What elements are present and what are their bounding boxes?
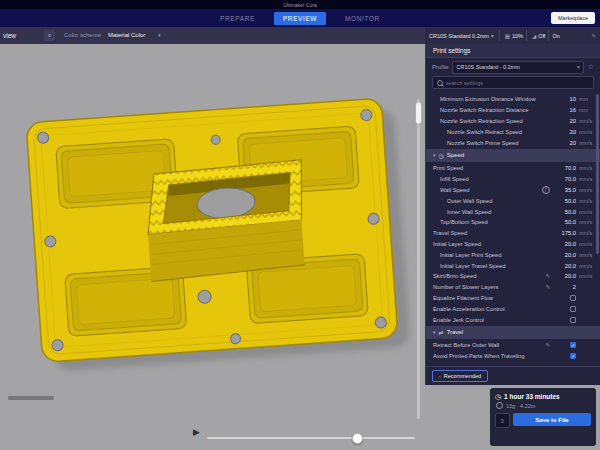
checkbox[interactable] <box>570 306 576 312</box>
profile-value: CR10S Standard - 0.2mm <box>456 64 519 70</box>
setting-minimum-extrusion-distance-window[interactable]: Minimum Extrusion Distance Window10mm <box>426 94 600 105</box>
setting-initial-layer-print-speed[interactable]: Initial Layer Print Speed20.0mm/s <box>426 249 600 260</box>
setting-value[interactable]: 20.0 <box>552 263 576 269</box>
search-input[interactable] <box>446 80 589 86</box>
setting-value[interactable]: 50.0 <box>552 209 576 215</box>
section-travel[interactable]: ▾⇄Travel <box>426 326 600 339</box>
setting-nozzle-switch-retraction-distance[interactable]: Nozzle Switch Retraction Distance16mm <box>426 105 600 116</box>
setting-enable-jerk-control[interactable]: Enable Jerk Control <box>426 314 600 325</box>
setting-value[interactable]: 20.0 <box>552 252 576 258</box>
view-mode-label[interactable]: view <box>3 32 16 39</box>
setting-unit: mm/s <box>576 198 595 204</box>
setting-value[interactable]: 50.0 <box>552 198 576 204</box>
section-label: Travel <box>447 329 595 335</box>
divider <box>548 30 549 41</box>
setting-nozzle-switch-retract-speed[interactable]: Nozzle Switch Retract Speed20mm/s <box>426 126 600 137</box>
timeline-track[interactable] <box>207 437 415 439</box>
setting-nozzle-switch-prime-speed[interactable]: Nozzle Switch Prime Speed20mm/s <box>426 137 600 148</box>
setting-inner-wall-speed[interactable]: Inner Wall Speed50.0mm/s <box>426 206 600 217</box>
setting-value[interactable]: 70.0 <box>552 165 576 171</box>
adhesion-setting[interactable]: On <box>552 33 559 39</box>
setting-value[interactable] <box>552 306 576 312</box>
infill-setting[interactable]: 10% <box>512 33 523 39</box>
setting-unit: mm/s <box>576 273 595 279</box>
model[interactable] <box>26 97 411 372</box>
setting-travel-speed[interactable]: Travel Speed175.0mm/s <box>426 228 600 239</box>
setting-label: Enable Acceleration Control <box>433 306 552 312</box>
setting-top-bottom-speed[interactable]: Top/Bottom Speed50.0mm/s <box>426 217 600 228</box>
checkbox[interactable]: ✓ <box>570 342 576 348</box>
tab-monitor[interactable]: MONITOR <box>336 12 389 25</box>
play-button[interactable]: ▶ <box>193 428 200 437</box>
setting-value[interactable]: 20 <box>552 118 576 124</box>
setting-value[interactable]: 20.0 <box>552 273 576 279</box>
setting-initial-layer-speed[interactable]: Initial Layer Speed20.0mm/s <box>426 239 600 250</box>
checkbox[interactable]: ✓ <box>570 353 576 359</box>
tab-prepare[interactable]: PREPARE <box>211 12 264 25</box>
tab-preview[interactable]: PREVIEW <box>274 12 326 25</box>
pencil-icon: ✎ <box>545 284 550 290</box>
marketplace-button[interactable]: Marketplace <box>551 12 595 24</box>
setting-value[interactable]: 175.0 <box>552 230 576 236</box>
setting-outer-wall-speed[interactable]: Outer Wall Speed50.0mm/s <box>426 195 600 206</box>
setting-label: Retract Before Outer Wall <box>433 342 545 348</box>
setting-skirt-brim-speed[interactable]: Skirt/Brim Speed✎20.0mm/s <box>426 271 600 282</box>
setting-label: Nozzle Switch Retraction Speed <box>433 118 552 124</box>
setting-unit: mm <box>576 96 595 102</box>
save-to-file-button[interactable]: Save to File <box>513 413 591 426</box>
divider <box>526 30 527 41</box>
setting-unit: mm/s <box>576 129 595 135</box>
section-speed[interactable]: ▾◷Speed <box>426 149 600 162</box>
setting-wall-speed[interactable]: Wall Speedƒ35.0mm/s <box>426 185 600 196</box>
edit-settings-icon[interactable]: ✎ <box>591 33 596 39</box>
setting-unit: mm <box>576 107 595 113</box>
viewport-3d[interactable] <box>0 44 425 450</box>
printer-profile-dropdown[interactable]: CR10S Standard 0.2mm <box>429 33 489 39</box>
back-chevron-icon[interactable]: ‹ <box>44 30 55 41</box>
filament-spool-icon <box>496 402 503 409</box>
setting-value[interactable]: ✓ <box>552 342 576 348</box>
setting-unit: mm/s <box>576 176 595 182</box>
setting-value[interactable]: 20.0 <box>552 241 576 247</box>
view-toolbar: view ‹ Color scheme Material Color ▾ CR1… <box>0 27 600 44</box>
setting-value[interactable]: 10 <box>552 96 576 102</box>
setting-nozzle-switch-retraction-speed[interactable]: Nozzle Switch Retraction Speed20mm/s <box>426 116 600 127</box>
checkbox[interactable] <box>570 317 576 323</box>
setting-equalize-filament-flow[interactable]: Equalize Filament Flow <box>426 293 600 304</box>
recommended-button[interactable]: ‹ Recommended <box>432 370 488 382</box>
setting-value[interactable]: 70.0 <box>552 176 576 182</box>
setting-number-of-slower-layers[interactable]: Number of Slower Layers✎2 <box>426 282 600 293</box>
support-setting[interactable]: Off <box>538 33 545 39</box>
setting-print-speed[interactable]: Print Speed70.0mm/s <box>426 163 600 174</box>
setting-value[interactable]: 16 <box>552 107 576 113</box>
profile-dropdown[interactable]: CR10S Standard - 0.2mm ▾ <box>452 61 583 74</box>
chevron-down-icon: ▾ <box>433 152 436 158</box>
setting-value[interactable]: 20 <box>552 140 576 146</box>
setting-value[interactable] <box>552 317 576 323</box>
section-label: Speed <box>447 152 595 158</box>
setting-unit: mm/s <box>576 118 595 124</box>
setting-retract-before-outer-wall[interactable]: Retract Before Outer Wall✎✓ <box>426 340 600 351</box>
setting-infill-speed[interactable]: Infill Speed70.0mm/s <box>426 174 600 185</box>
output-device-selector[interactable]: ≡ <box>495 413 510 428</box>
setting-unit: mm/s <box>576 263 595 269</box>
setting-initial-layer-travel-speed[interactable]: Initial Layer Travel Speed20.0mm/s <box>426 260 600 271</box>
setting-value[interactable]: 35.0 <box>552 187 576 193</box>
search-row <box>426 76 600 92</box>
checkbox[interactable] <box>570 295 576 301</box>
setting-unit: mm/s <box>576 187 595 193</box>
color-scheme-dropdown[interactable]: Material Color <box>108 32 145 38</box>
setting-avoid-printed-parts-when-traveling[interactable]: Avoid Printed Parts When Traveling✓ <box>426 351 600 362</box>
star-icon[interactable]: ☆ <box>588 63 594 71</box>
setting-value[interactable]: 2 <box>552 284 576 290</box>
timeline-handle[interactable] <box>352 433 363 444</box>
setting-value[interactable]: 20 <box>552 129 576 135</box>
panel-scrollbar[interactable] <box>596 94 599 254</box>
setting-value[interactable]: 50.0 <box>552 219 576 225</box>
setting-value[interactable]: ✓ <box>552 353 576 359</box>
setting-value[interactable] <box>552 295 576 301</box>
setting-label: Avoid Printed Parts When Traveling <box>433 353 552 359</box>
setting-label: Enable Jerk Control <box>433 317 552 323</box>
setting-enable-acceleration-control[interactable]: Enable Acceleration Control <box>426 303 600 314</box>
setting-label: Nozzle Switch Prime Speed <box>433 140 552 146</box>
